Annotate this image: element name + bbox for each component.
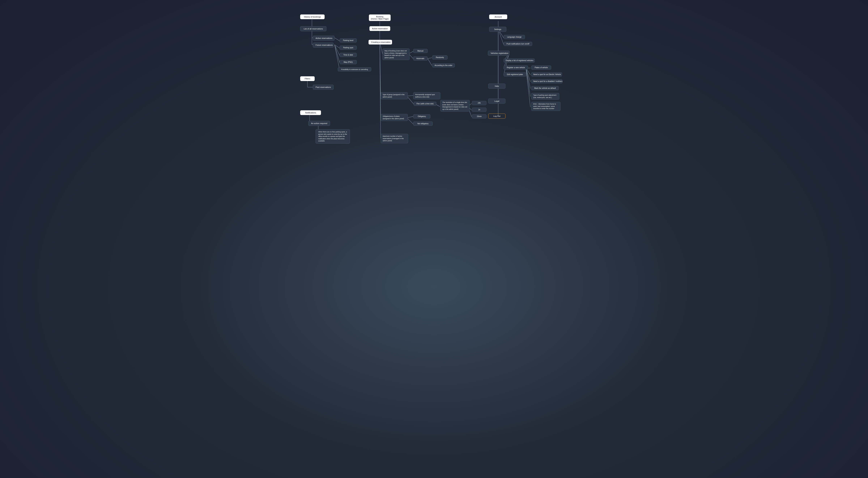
svg-line-32 xyxy=(407,118,413,124)
svg-line-33 xyxy=(380,42,381,138)
svg-line-7 xyxy=(335,45,340,48)
type-parking-adjustment-node: Type of parking spot adjustment (car, mo… xyxy=(531,93,559,100)
past-reservations-node[interactable]: Past reservations xyxy=(313,85,334,90)
way-of-booking-node: Way of booking (User does not have a cho… xyxy=(382,49,410,60)
svg-line-9 xyxy=(335,45,340,63)
display-vehicles-node[interactable]: Display a list of registered vehicles xyxy=(504,58,535,63)
svg-line-48 xyxy=(526,68,530,96)
vehicles-registration-node[interactable]: Vehicles registration xyxy=(488,51,509,56)
mark-default-node[interactable]: Mark the vehicle as default xyxy=(531,86,559,90)
svg-line-6 xyxy=(335,38,340,41)
history-of-bookings-node[interactable]: History of bookings xyxy=(300,14,324,19)
notifications-node[interactable]: Notifications xyxy=(300,110,321,115)
time-date-node[interactable]: Time & date xyxy=(340,53,357,57)
help-node[interactable]: Help xyxy=(488,84,505,89)
svg-line-31 xyxy=(407,117,413,118)
svg-line-49 xyxy=(526,68,530,107)
future-reservations-node[interactable]: Future reservations xyxy=(313,42,334,48)
flex-time-slot-node[interactable]: Flex (with a time slot) xyxy=(414,102,436,106)
min15-node[interactable]: 15min xyxy=(472,114,487,118)
parking-spot-node[interactable]: Parking spot xyxy=(340,46,357,50)
svg-line-24 xyxy=(407,95,413,96)
svg-line-47 xyxy=(526,68,530,89)
automatic-node[interactable]: Automatic xyxy=(413,56,428,61)
svg-line-8 xyxy=(335,45,340,55)
svg-line-22 xyxy=(428,59,432,65)
filters-node[interactable]: Filters xyxy=(300,76,315,81)
max-active-node: Maximum number of active reservations (m… xyxy=(381,134,408,143)
account-node[interactable]: Account xyxy=(489,14,507,19)
creating-reservation-node[interactable]: Creating a reservation xyxy=(369,40,392,44)
map-png-node[interactable]: Map (PNG) xyxy=(340,60,357,64)
obligatoriness-plates-node: Obligatoriness of plates (assigned in th… xyxy=(381,114,408,121)
parking-level-node[interactable]: Parking level xyxy=(340,38,357,42)
esg-node: ESG – kilometers from home to work, fuel… xyxy=(531,102,561,111)
diagram-container: History of bookings List of all reservat… xyxy=(298,0,569,154)
plates-vehicle-node[interactable]: Plates of vehicle xyxy=(531,65,551,70)
notification-desc-node: When there are no free parking spots, a … xyxy=(315,129,350,144)
action-required-node[interactable]: An action required xyxy=(308,121,330,126)
need-spot-ev-node[interactable]: Need a spot for an Electric Vehicle xyxy=(531,72,562,77)
randomly-node[interactable]: Randomly xyxy=(432,55,447,60)
manual-node[interactable]: Manual xyxy=(413,49,428,53)
edit-registered-plate-node[interactable]: Edit registered plate xyxy=(504,72,526,77)
svg-line-25 xyxy=(407,96,414,104)
resolution-single-node: The resolution of a single time slot (Us… xyxy=(440,100,470,112)
possibility-extension-node[interactable]: Possibility to extension & canceling xyxy=(338,67,371,71)
svg-line-43 xyxy=(504,53,509,75)
h1-node[interactable]: 1h xyxy=(472,108,487,112)
list-all-reservations-node[interactable]: List of all reservations xyxy=(300,26,327,31)
push-notifications-node[interactable]: Push notifications turn on/off xyxy=(504,42,532,46)
svg-line-30 xyxy=(380,42,381,118)
language-change-node[interactable]: Language change xyxy=(504,35,525,39)
register-new-vehicle-node[interactable]: Register a new vehicle xyxy=(504,65,528,70)
booking-home-node[interactable]: Booking (Home / Main Page) xyxy=(369,14,391,21)
svg-line-46 xyxy=(526,68,530,82)
svg-line-10 xyxy=(335,45,340,70)
svg-line-21 xyxy=(428,58,432,59)
obligatory-node[interactable]: Obligatory xyxy=(413,114,430,118)
active-reservations-node[interactable]: Active reservations xyxy=(313,36,335,41)
settings-node[interactable]: Settings xyxy=(489,27,506,32)
svg-line-23 xyxy=(380,42,381,96)
legal-node[interactable]: Legal xyxy=(488,98,505,103)
need-spot-disabled-node[interactable]: Need a spot for a disabled / mothers xyxy=(531,79,562,83)
log-out-node[interactable]: Log Out xyxy=(488,114,505,119)
type-of-group-node: Type of group (assigned in the admin pan… xyxy=(381,92,408,99)
not-obligatory-node[interactable]: Not obligatory xyxy=(413,122,433,126)
active-reservation-node[interactable]: Active reservation xyxy=(369,26,390,31)
h24-node[interactable]: 24h xyxy=(472,101,487,105)
permanently-assigned-node: Permanently assigned spot (without a tim… xyxy=(413,92,440,99)
according-order-node[interactable]: According to the order xyxy=(432,63,455,67)
